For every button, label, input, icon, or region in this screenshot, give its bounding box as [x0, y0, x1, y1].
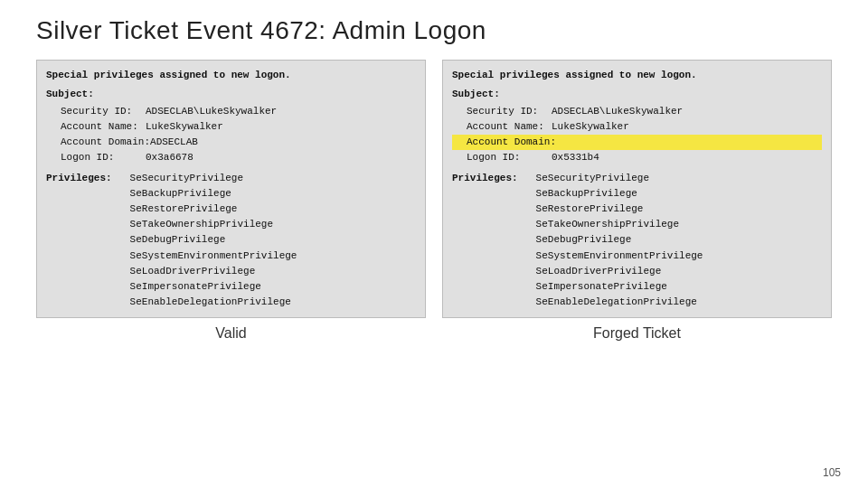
page-title: Silver Ticket Event 4672: Admin Logon	[36, 16, 832, 45]
left-field-1-label: Account Name:	[46, 119, 146, 135]
right-priv-8: SeEnableDelegationPrivilege	[536, 295, 703, 310]
panels-area: Special privileges assigned to new logon…	[36, 60, 832, 479]
right-field-1-label: Account Name:	[452, 119, 552, 135]
right-privileges: Privileges: SeSecurityPrivilege SeBackup…	[452, 171, 822, 309]
left-priv-2: SeRestorePrivilege	[130, 202, 297, 217]
right-field-3-value: 0x5331b4	[552, 150, 822, 165]
left-field-0-value: ADSECLAB\LukeSkywalker	[146, 104, 416, 119]
right-subject-label: Subject:	[452, 89, 500, 99]
left-field-3: Logon ID: 0x3a6678	[46, 150, 416, 165]
left-field-0-label: Security ID:	[46, 104, 146, 119]
left-header: Special privileges assigned to new logon…	[46, 68, 416, 83]
left-field-2-value: ADSECLAB	[150, 135, 416, 150]
left-field-3-label: Logon ID:	[46, 150, 146, 165]
right-privileges-list: SeSecurityPrivilege SeBackupPrivilege Se…	[531, 171, 703, 309]
right-privileges-label: Privileges:	[452, 171, 524, 186]
left-field-3-value: 0x3a6678	[146, 150, 416, 165]
left-field-2-label: Account Domain:	[46, 135, 150, 150]
right-priv-6: SeLoadDriverPrivilege	[536, 264, 703, 279]
slide-number: 105	[823, 466, 841, 479]
left-log-box: Special privileges assigned to new logon…	[36, 60, 426, 318]
right-priv-4: SeDebugPrivilege	[536, 232, 703, 248]
right-caption: Forged Ticket	[593, 325, 681, 342]
left-subject-label: Subject:	[46, 89, 94, 99]
right-field-2-label: Account Domain:	[452, 135, 556, 150]
left-priv-5: SeSystemEnvironmentPrivilege	[130, 249, 297, 264]
left-priv-4: SeDebugPrivilege	[130, 232, 297, 248]
left-panel-wrapper: Special privileges assigned to new logon…	[36, 60, 426, 342]
left-priv-8: SeEnableDelegationPrivilege	[130, 295, 297, 310]
right-field-2-highlighted: Account Domain:	[452, 135, 822, 150]
right-subject: Subject:	[452, 87, 822, 102]
left-privileges: Privileges: SeSecurityPrivilege SeBackup…	[46, 171, 416, 309]
left-field-0: Security ID: ADSECLAB\LukeSkywalker	[46, 104, 416, 119]
left-subject: Subject:	[46, 87, 416, 102]
right-field-0-value: ADSECLAB\LukeSkywalker	[552, 104, 822, 119]
right-priv-1: SeBackupPrivilege	[536, 186, 703, 202]
right-log-box: Special privileges assigned to new logon…	[442, 60, 832, 318]
right-field-3-label: Logon ID:	[452, 150, 552, 165]
right-priv-3: SeTakeOwnershipPrivilege	[536, 217, 703, 232]
page: Silver Ticket Event 4672: Admin Logon Sp…	[0, 0, 868, 488]
left-caption: Valid	[215, 325, 246, 342]
right-priv-2: SeRestorePrivilege	[536, 202, 703, 217]
right-priv-0: SeSecurityPrivilege	[536, 171, 703, 186]
right-field-2-value	[556, 135, 822, 150]
right-field-0: Security ID: ADSECLAB\LukeSkywalker	[452, 104, 822, 119]
right-field-0-label: Security ID:	[452, 104, 552, 119]
right-field-3: Logon ID: 0x5331b4	[452, 150, 822, 165]
left-field-1: Account Name: LukeSkywalker	[46, 119, 416, 135]
right-field-1: Account Name: LukeSkywalker	[452, 119, 822, 135]
left-privileges-label: Privileges:	[46, 171, 118, 186]
right-priv-5: SeSystemEnvironmentPrivilege	[536, 249, 703, 264]
left-priv-3: SeTakeOwnershipPrivilege	[130, 217, 297, 232]
left-priv-0: SeSecurityPrivilege	[130, 171, 297, 186]
left-priv-7: SeImpersonatePrivilege	[130, 279, 297, 295]
left-priv-1: SeBackupPrivilege	[130, 186, 297, 202]
left-field-2: Account Domain: ADSECLAB	[46, 135, 416, 150]
right-field-1-value: LukeSkywalker	[552, 119, 822, 135]
right-priv-7: SeImpersonatePrivilege	[536, 279, 703, 295]
right-header: Special privileges assigned to new logon…	[452, 68, 822, 83]
left-priv-6: SeLoadDriverPrivilege	[130, 264, 297, 279]
left-privileges-list: SeSecurityPrivilege SeBackupPrivilege Se…	[125, 171, 297, 309]
left-field-1-value: LukeSkywalker	[146, 119, 416, 135]
right-panel-wrapper: Special privileges assigned to new logon…	[442, 60, 832, 342]
